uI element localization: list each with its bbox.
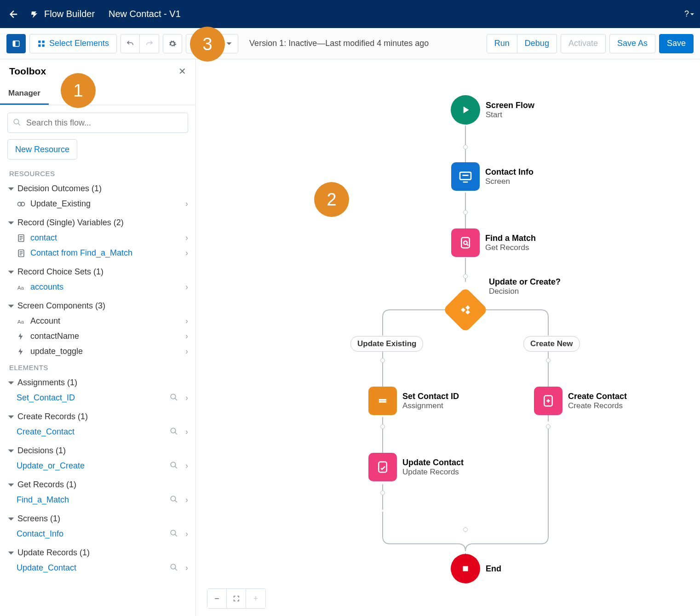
group-decisions[interactable]: Decisions (1) [6, 443, 190, 458]
close-toolbox-button[interactable]: ✕ [178, 66, 186, 77]
help-menu[interactable]: ? [684, 9, 694, 19]
path-create-new[interactable]: Create New [523, 336, 580, 352]
debug-button[interactable]: Debug [517, 34, 557, 53]
node-create-contact[interactable]: Create ContactCreate Records [534, 387, 627, 415]
connector-dot[interactable] [380, 491, 385, 495]
node-update-contact[interactable]: Update ContactUpdate Records [368, 453, 464, 481]
run-button[interactable]: Run [487, 34, 517, 53]
connector-dot[interactable] [380, 424, 385, 429]
item-accounts[interactable]: Aaaccounts› [6, 279, 190, 295]
item-find-a-match[interactable]: Find_a_Match› [6, 492, 190, 508]
group-decision-outcomes[interactable]: Decision Outcomes (1) [6, 181, 190, 196]
search-input[interactable] [7, 113, 188, 133]
update-records-icon [368, 453, 397, 481]
connector-dot[interactable] [546, 424, 551, 429]
svg-text:Aa: Aa [17, 319, 24, 325]
chevron-down-icon [690, 12, 694, 17]
gear-icon [168, 40, 177, 48]
top-bar: Flow Builder New Contact - V1 ? [0, 0, 700, 28]
item-set-contact-id[interactable]: Set_Contact_ID› [6, 390, 190, 405]
assignment-icon [368, 387, 397, 415]
group-create-records[interactable]: Create Records (1) [6, 409, 190, 424]
toggle-sidebar-button[interactable] [6, 34, 26, 53]
search-icon[interactable] [170, 563, 178, 571]
chevron-right-icon[interactable]: › [185, 393, 188, 403]
connector-dot[interactable] [463, 145, 468, 149]
svg-rect-1 [13, 41, 15, 46]
item-contact-info[interactable]: Contact_Info› [6, 526, 190, 542]
node-start[interactable]: Screen FlowStart [451, 95, 534, 125]
chevron-right-icon[interactable]: › [185, 563, 188, 573]
group-get-records[interactable]: Get Records (1) [6, 477, 190, 492]
connector-dot[interactable] [463, 210, 468, 215]
item-contact-from-match[interactable]: Contact from Find_a_Match› [6, 245, 190, 261]
connector-dot[interactable] [380, 358, 385, 363]
search-icon[interactable] [170, 427, 178, 435]
version-status: Version 1: Inactive—Last modified 4 minu… [249, 39, 429, 48]
item-update-or-create[interactable]: Update_or_Create› [6, 458, 190, 473]
chevron-right-icon[interactable]: › [185, 495, 188, 505]
item-update-toggle[interactable]: update_toggle› [6, 344, 190, 359]
group-record-choice-sets[interactable]: Record Choice Sets (1) [6, 264, 190, 279]
path-update-existing[interactable]: Update Existing [350, 336, 423, 352]
zoom-fit-button[interactable] [227, 589, 246, 608]
item-update-existing[interactable]: Update_Existing› [6, 196, 190, 211]
chevron-right-icon[interactable]: › [185, 461, 188, 471]
search-wrap [7, 113, 188, 133]
svg-rect-3 [42, 40, 45, 43]
flow-icon [29, 9, 40, 20]
item-contact[interactable]: contact› [6, 230, 190, 245]
text-icon: Aa [17, 283, 26, 292]
chevron-right-icon[interactable]: › [185, 427, 188, 437]
flow-canvas[interactable]: Screen FlowStart Contact InfoScreen Find… [196, 59, 700, 616]
item-contact-name[interactable]: contactName› [6, 329, 190, 344]
back-button[interactable] [6, 7, 20, 22]
connector-dot[interactable] [463, 527, 468, 532]
svg-point-17 [171, 530, 176, 535]
back-arrow-icon [8, 9, 18, 19]
node-decision[interactable]: Update or Create?Decision [449, 294, 482, 326]
group-record-variables[interactable]: Record (Single) Variables (2) [6, 215, 190, 230]
new-resource-button[interactable]: New Resource [7, 139, 77, 160]
main: Toolbox ✕ Manager New Resource RESOURCES… [0, 59, 700, 616]
save-button[interactable]: Save [659, 34, 694, 53]
item-account[interactable]: AaAccount› [6, 314, 190, 329]
search-icon[interactable] [170, 495, 178, 503]
run-debug-group: Run Debug [487, 34, 557, 53]
node-find-match[interactable]: Find a MatchGet Records [451, 228, 536, 257]
connector-dot[interactable] [463, 274, 468, 279]
node-end[interactable]: End [451, 554, 501, 583]
end-icon [451, 554, 480, 583]
chevron-down-icon [7, 268, 15, 276]
group-screen-components[interactable]: Screen Components (3) [6, 298, 190, 314]
chevron-right-icon[interactable]: › [185, 529, 188, 539]
node-set-contact-id[interactable]: Set Contact IDAssignment [368, 387, 459, 415]
zoom-out-button[interactable]: − [207, 589, 227, 608]
chevron-down-icon [7, 515, 15, 523]
search-icon[interactable] [170, 393, 178, 401]
group-update-records[interactable]: Update Records (1) [6, 545, 190, 560]
settings-button[interactable] [163, 34, 182, 53]
decision-icon [443, 287, 488, 333]
item-update-contact[interactable]: Update_Contact› [6, 560, 190, 576]
search-icon[interactable] [170, 529, 178, 537]
svg-rect-5 [42, 44, 45, 46]
item-create-contact[interactable]: Create_Contact› [6, 424, 190, 439]
search-icon[interactable] [170, 461, 178, 469]
chevron-down-icon [7, 549, 15, 557]
select-icon [37, 40, 46, 48]
save-as-button[interactable]: Save As [609, 34, 655, 53]
activate-button[interactable]: Activate [561, 34, 606, 53]
node-contact-info[interactable]: Contact InfoScreen [451, 162, 534, 191]
group-assignments[interactable]: Assignments (1) [6, 375, 190, 390]
chevron-down-icon [7, 413, 15, 421]
chevron-down-icon [7, 379, 15, 387]
select-elements-button[interactable]: Select Elements [29, 34, 117, 53]
redo-button[interactable] [140, 34, 159, 53]
page-title: New Contact - V1 [109, 9, 181, 19]
undo-button[interactable] [120, 34, 140, 53]
group-screens[interactable]: Screens (1) [6, 511, 190, 526]
tab-manager[interactable]: Manager [0, 83, 49, 105]
connector-dot[interactable] [546, 358, 551, 363]
zoom-in-button[interactable]: + [246, 589, 265, 608]
